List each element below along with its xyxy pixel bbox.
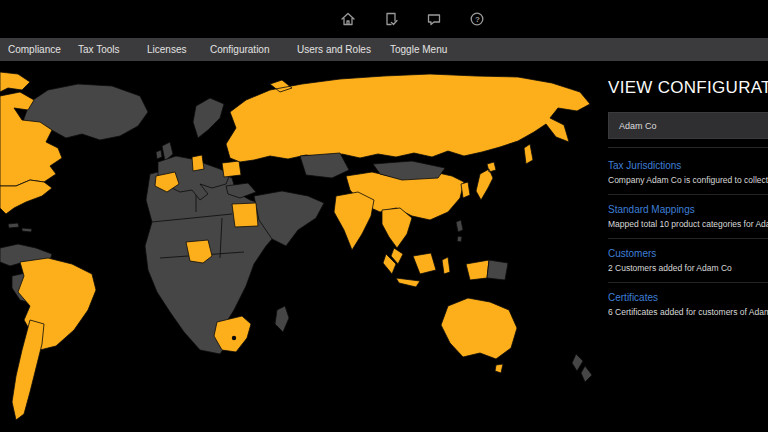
map-country-india <box>334 192 374 250</box>
map-country-australia <box>441 298 517 373</box>
divider <box>608 147 768 148</box>
top-bar: ? <box>0 0 768 38</box>
map-country-madagascar <box>275 306 289 332</box>
svg-text:?: ? <box>475 15 480 24</box>
map-country-germany <box>192 155 204 171</box>
standard-mappings-description: Mapped total 10 product categories for A… <box>608 219 768 229</box>
map-country-egypt <box>232 203 258 227</box>
nav-item-tax-tools[interactable]: Tax Tools <box>78 38 120 61</box>
map-country-new-zealand <box>572 354 592 382</box>
nav-item-configuration[interactable]: Configuration <box>210 38 269 61</box>
main-nav: Compliance Tax Tools Licenses Configurat… <box>0 38 768 61</box>
nav-item-licenses[interactable]: Licenses <box>147 38 186 61</box>
help-icon[interactable]: ? <box>469 11 485 27</box>
section-tax-jurisdictions: Tax Jurisdictions Company Adam Co is con… <box>608 160 768 195</box>
page-title: VIEW CONFIGURATION <box>608 78 768 98</box>
nav-item-compliance[interactable]: Compliance <box>8 38 61 61</box>
customers-link[interactable]: Customers <box>608 248 768 259</box>
nav-item-toggle-menu[interactable]: Toggle Menu <box>390 38 447 61</box>
home-icon[interactable] <box>340 11 356 27</box>
company-selector-value: Adam Co <box>609 121 657 131</box>
tasks-icon[interactable] <box>383 11 399 27</box>
view-configuration-panel: VIEW CONFIGURATION Adam Co Tax Jurisdict… <box>600 62 768 432</box>
nav-item-users-and-roles[interactable]: Users and Roles <box>297 38 371 61</box>
map-country-japan <box>476 162 496 200</box>
map-country-papua-new-guinea <box>487 260 508 280</box>
map-country-lesotho <box>232 336 236 340</box>
map-region-caribbean <box>8 223 32 232</box>
map-country-kazakhstan <box>300 153 349 178</box>
map-country-argentina <box>12 320 44 420</box>
map-country-russia <box>226 74 590 164</box>
configuration-sections: Tax Jurisdictions Company Adam Co is con… <box>608 160 768 326</box>
customers-description: 2 Customers added for Adam Co <box>608 263 768 273</box>
standard-mappings-link[interactable]: Standard Mappings <box>608 204 768 215</box>
tax-jurisdictions-description: Company Adam Co is configured to collect… <box>608 175 768 185</box>
company-selector[interactable]: Adam Co <box>608 112 768 139</box>
map-country-south-korea <box>461 182 470 198</box>
map-country-poland <box>222 161 241 177</box>
map-region-philippines <box>456 220 463 242</box>
section-certificates: Certificates 6 Certificates added for cu… <box>608 292 768 326</box>
certificates-link[interactable]: Certificates <box>608 292 768 303</box>
certificates-description: 6 Certificates added for customers of Ad… <box>608 307 768 317</box>
chat-icon[interactable] <box>426 11 442 27</box>
map-region-scandinavia <box>193 98 224 138</box>
section-standard-mappings: Standard Mappings Mapped total 10 produc… <box>608 204 768 239</box>
tax-jurisdictions-link[interactable]: Tax Jurisdictions <box>608 160 768 171</box>
section-customers: Customers 2 Customers added for Adam Co <box>608 248 768 283</box>
topbar-icon-group: ? <box>340 11 485 27</box>
